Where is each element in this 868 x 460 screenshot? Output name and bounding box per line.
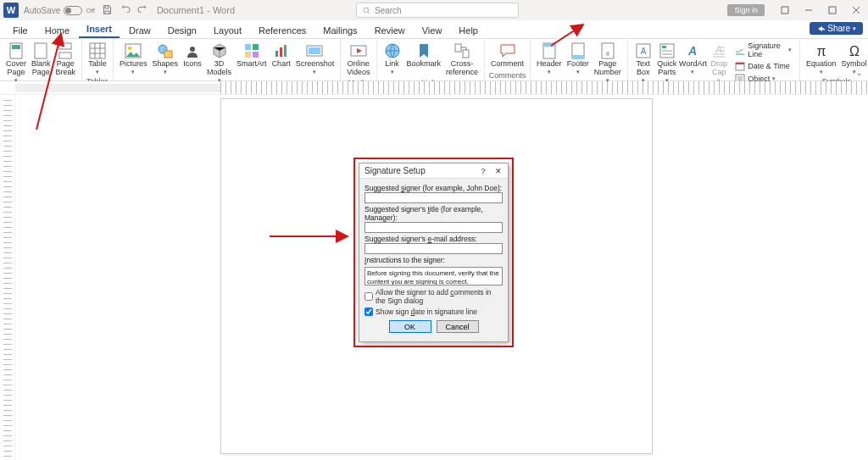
cover-page-button[interactable]: Cover Page▾ — [3, 41, 29, 86]
chevron-down-icon: ▾ — [691, 69, 694, 75]
vertical-ruler[interactable] — [0, 95, 15, 460]
symbol-icon: Ω — [846, 42, 863, 59]
svg-text:A: A — [687, 44, 697, 58]
wordart-button[interactable]: AWordArt▾ — [679, 41, 708, 86]
tab-layout[interactable]: Layout — [206, 23, 249, 38]
equation-icon: π — [813, 42, 830, 59]
svg-rect-16 — [253, 52, 259, 58]
blank-page-button[interactable]: Blank Page — [29, 41, 53, 86]
wordart-icon: A — [684, 42, 701, 59]
smartart-icon — [243, 42, 260, 59]
tab-review[interactable]: Review — [367, 23, 413, 38]
icons-icon — [184, 42, 201, 59]
maximize-icon[interactable] — [821, 0, 844, 20]
svg-rect-37 — [662, 53, 672, 55]
tab-draw[interactable]: Draw — [121, 23, 159, 38]
svg-rect-15 — [245, 52, 251, 58]
undo-icon[interactable] — [120, 4, 131, 17]
quick-parts-button[interactable]: Quick Parts▾ — [655, 41, 679, 86]
link-button[interactable]: Link▾ — [381, 41, 404, 79]
icons-button[interactable]: Icons — [181, 41, 204, 86]
annotation-frame: Signature Setup ? ✕ Suggested signer (fo… — [353, 158, 514, 347]
svg-rect-24 — [455, 44, 461, 52]
help-button[interactable]: ? — [476, 167, 491, 175]
share-label: Share — [827, 24, 850, 33]
tab-references[interactable]: References — [251, 23, 314, 38]
cancel-button[interactable]: Cancel — [437, 320, 479, 333]
signin-button[interactable]: Sign in — [727, 4, 765, 16]
tab-help[interactable]: Help — [451, 23, 486, 38]
page-number-button[interactable]: #Page Number▾ — [592, 41, 624, 86]
close-icon[interactable]: ✕ — [491, 167, 506, 175]
signature-line-button[interactable]: Signature Line ▾ — [733, 41, 793, 59]
tab-mailings[interactable]: Mailings — [315, 23, 364, 38]
tab-design[interactable]: Design — [160, 23, 204, 38]
signer-title-input[interactable] — [364, 222, 503, 233]
signer-input[interactable] — [364, 192, 503, 203]
svg-text:A: A — [640, 47, 646, 56]
svg-rect-19 — [284, 45, 287, 57]
workspace: Signature Setup ? ✕ Suggested signer (fo… — [0, 95, 868, 460]
symbol-button[interactable]: ΩSymbol▾ — [839, 41, 868, 77]
dialog-titlebar[interactable]: Signature Setup ? ✕ — [359, 163, 508, 179]
search-box[interactable]: Search — [356, 3, 519, 18]
ok-button[interactable]: OK — [389, 320, 431, 333]
screenshot-icon — [306, 42, 323, 59]
cross-reference-button[interactable]: Cross- reference — [443, 41, 481, 79]
chart-button[interactable]: Chart — [270, 41, 293, 86]
save-icon[interactable] — [102, 4, 113, 17]
tab-home[interactable]: Home — [37, 23, 77, 38]
header-button[interactable]: Header▾ — [534, 41, 565, 86]
drop-cap-button[interactable]: ADrop Cap▾ — [707, 41, 731, 86]
collapse-ribbon-icon[interactable]: ⌄ — [856, 69, 863, 77]
svg-rect-11 — [164, 51, 172, 58]
equation-button[interactable]: πEquation▾ — [804, 41, 839, 77]
horizontal-ruler[interactable] — [0, 81, 868, 95]
group-text: AText Box▾ Quick Parts▾ AWordArt▾ ADrop … — [628, 39, 800, 80]
minimize-icon[interactable] — [797, 0, 821, 20]
smartart-button[interactable]: SmartArt — [234, 41, 270, 86]
comment-button[interactable]: Comment — [488, 41, 526, 71]
document-canvas[interactable]: Signature Setup ? ✕ Suggested signer (fo… — [15, 95, 868, 460]
ribbon-options-icon[interactable] — [773, 0, 797, 20]
video-icon — [350, 42, 367, 59]
pictures-button[interactable]: Pictures▾ — [117, 41, 150, 86]
online-videos-button[interactable]: Online Videos — [344, 41, 372, 79]
text-box-button[interactable]: AText Box▾ — [632, 41, 655, 86]
comment-icon — [499, 42, 516, 59]
dialog-buttons: OK Cancel — [364, 316, 503, 338]
word-app-icon: W — [3, 3, 19, 18]
group-tables: Table▾ Tables — [82, 39, 114, 80]
svg-rect-17 — [275, 51, 278, 57]
svg-rect-1 — [829, 7, 836, 14]
svg-rect-21 — [309, 47, 320, 54]
bookmark-button[interactable]: Bookmark — [404, 41, 444, 79]
tab-file[interactable]: File — [5, 23, 36, 38]
show-date-checkbox[interactable]: Show sign date in signature line — [364, 308, 503, 316]
autosave-toggle[interactable]: AutoSave Off — [24, 6, 95, 15]
tab-view[interactable]: View — [415, 23, 450, 38]
redo-icon[interactable] — [137, 4, 148, 17]
footer-button[interactable]: Footer▾ — [565, 41, 592, 86]
autosave-state: Off — [86, 7, 95, 14]
allow-comments-checkbox[interactable]: Allow the signer to add comments in the … — [364, 288, 503, 305]
3d-models-button[interactable]: 3D Models▾ — [204, 41, 234, 86]
cross-ref-icon — [453, 42, 470, 59]
toggle-off-icon[interactable] — [64, 6, 82, 15]
svg-point-0 — [364, 8, 369, 13]
screenshot-button[interactable]: Screenshot▾ — [293, 41, 337, 86]
share-button[interactable]: Share ▾ — [810, 22, 863, 35]
group-label-comments: Comments — [488, 71, 526, 80]
group-links: Link▾ Bookmark Cross- reference Links — [377, 39, 486, 80]
page-break-button[interactable]: Page Break — [53, 41, 79, 86]
close-icon[interactable] — [844, 0, 868, 20]
date-time-button[interactable]: Date & Time — [733, 60, 793, 72]
calendar-icon — [735, 61, 745, 71]
table-button[interactable]: Table▾ — [86, 41, 109, 77]
tab-insert[interactable]: Insert — [79, 21, 120, 38]
chevron-down-icon: ▾ — [820, 69, 823, 75]
bookmark-icon — [415, 42, 432, 59]
instructions-input[interactable]: Before signing this document, verify tha… — [364, 267, 503, 285]
shapes-button[interactable]: Shapes▾ — [150, 41, 181, 86]
signer-email-input[interactable] — [364, 243, 503, 254]
